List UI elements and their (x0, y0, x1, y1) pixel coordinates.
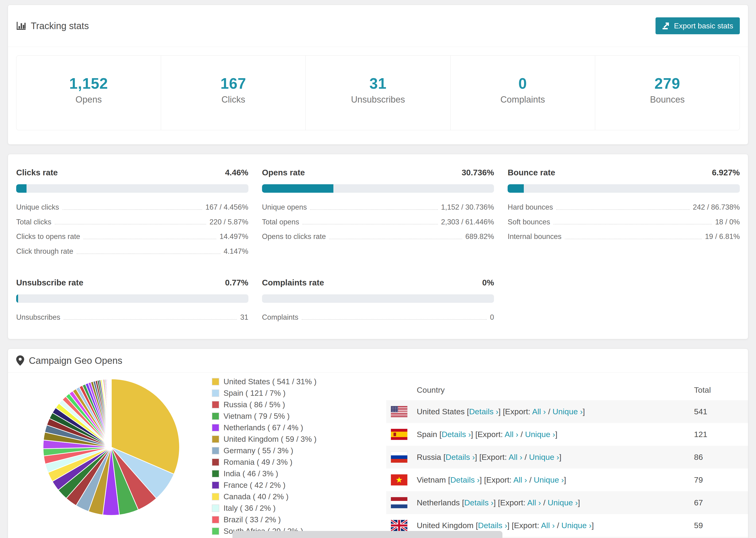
country-total: 79 (694, 475, 748, 484)
unsubscribes-count: 31 (306, 75, 450, 92)
dotted-leader (565, 239, 702, 239)
opens-rate-value: 30.736% (461, 168, 494, 177)
dotted-leader (329, 239, 462, 239)
legend-item: India ( 46 / 3% ) (212, 469, 360, 478)
export-all-link[interactable]: All › (513, 475, 527, 484)
legend-swatch (212, 401, 219, 408)
bounce-rate-value: 6.927% (712, 168, 740, 177)
country-total: 67 (694, 498, 748, 507)
bounces-count: 279 (595, 75, 739, 92)
legend-swatch (212, 493, 219, 501)
country-total: 121 (694, 430, 748, 439)
table-row-spain: Spain [Details ›] [Export: All › / Uniqu… (386, 423, 748, 446)
unsubscribes-label: Unsubscribes (306, 95, 450, 105)
table-row-vietnam: Vietnam [Details ›] [Export: All › / Uni… (386, 468, 748, 491)
legend-item: Germany ( 55 / 3% ) (212, 446, 360, 455)
tracking-stats-header: Tracking stats Export basic stats (8, 5, 748, 47)
details-link[interactable]: Details › (464, 498, 494, 507)
page-title-text: Tracking stats (31, 21, 89, 31)
complaints-rate-value: 0% (482, 278, 494, 287)
stat-row: Unique clicks167 / 4.456% (16, 203, 248, 211)
export-unique-link[interactable]: Unique › (561, 521, 592, 530)
geo-pie-chart (38, 374, 184, 521)
legend-swatch (212, 424, 219, 431)
dotted-leader (553, 224, 712, 224)
unsubscribe-rate-value: 0.77% (225, 278, 248, 287)
details-link[interactable]: Details › (446, 453, 475, 461)
legend-item: Russia ( 86 / 5% ) (212, 400, 360, 409)
legend-swatch (212, 378, 219, 385)
export-unique-link[interactable]: Unique › (525, 430, 555, 439)
complaints-label: Complaints (451, 95, 595, 105)
country-name: Spain (417, 430, 437, 439)
summary-stats: 1,152 Opens 167 Clicks 31 Unsubscribes 0… (16, 55, 740, 130)
netherlands-flag-icon (391, 497, 407, 508)
clicks-count: 167 (161, 75, 305, 92)
clicks-rate-value: 4.46% (225, 168, 248, 177)
geo-opens-header: Campaign Geo Opens (8, 349, 748, 372)
details-link[interactable]: Details › (450, 475, 480, 484)
stat-row: Internal bounces19 / 6.81% (508, 232, 740, 241)
legend-item: Brazil ( 33 / 2% ) (212, 515, 360, 524)
unsubscribe-rate-title: Unsubscribe rate (16, 278, 83, 287)
bar-chart-icon (16, 21, 26, 31)
bounce-rate-section: Bounce rate 6.927% Hard bounces242 / 86.… (508, 168, 740, 256)
complaints-rate-section: Complaints rate 0% Complaints0 (262, 278, 494, 322)
dotted-leader (77, 253, 220, 254)
stat-row: Opens to clicks rate689.82% (262, 232, 494, 241)
summary-unsubscribes: 31 Unsubscribes (305, 56, 450, 130)
details-link[interactable]: Details › (469, 407, 499, 416)
clicks-rate-title: Clicks rate (16, 168, 58, 177)
uk-flag-icon (391, 520, 407, 531)
geo-opens-title: Campaign Geo Opens (29, 355, 122, 366)
export-all-link[interactable]: All › (505, 430, 518, 439)
complaints-rate-progressbar (262, 295, 494, 303)
rates-card: Clicks rate 4.46% Unique clicks167 / 4.4… (8, 154, 748, 339)
export-all-link[interactable]: All › (541, 521, 555, 530)
legend-swatch (212, 470, 219, 477)
details-link[interactable]: Details › (478, 521, 507, 530)
legend-item: Romania ( 49 / 3% ) (212, 458, 360, 467)
legend-swatch (212, 389, 219, 397)
pie-slice (111, 379, 111, 447)
legend-swatch (212, 435, 219, 443)
table-row-netherlands: Netherlands [Details ›] [Export: All › /… (386, 491, 748, 514)
export-unique-link[interactable]: Unique › (529, 453, 559, 461)
opens-count: 1,152 (17, 75, 161, 92)
legend-swatch (212, 458, 219, 466)
spain-flag-icon (391, 429, 407, 440)
rates-grid: Clicks rate 4.46% Unique clicks167 / 4.4… (16, 168, 740, 321)
unsubscribe-rate-progressbar (16, 295, 248, 303)
stat-row: Total clicks220 / 5.87% (16, 218, 248, 226)
country-name: Russia (417, 453, 441, 461)
stat-row: Complaints0 (262, 313, 494, 322)
horizontal-scrollbar[interactable] (233, 531, 503, 538)
export-unique-link[interactable]: Unique › (534, 475, 564, 484)
export-unique-link[interactable]: Unique › (553, 407, 583, 416)
opens-rate-title: Opens rate (262, 168, 305, 177)
campaign-geo-opens-card: Campaign Geo Opens United States ( 541 /… (8, 349, 748, 538)
dotted-leader (302, 319, 487, 320)
legend-item: Vietnam ( 79 / 5% ) (212, 412, 360, 421)
page-title: Tracking stats (16, 21, 89, 31)
country-total: 59 (694, 521, 748, 530)
country-name: United Kingdom (417, 521, 473, 530)
export-basic-stats-button[interactable]: Export basic stats (656, 17, 740, 34)
legend-swatch (212, 412, 219, 420)
dotted-leader (302, 224, 438, 224)
map-pin-icon (16, 355, 24, 366)
bounce-rate-progressbar (508, 184, 740, 193)
export-icon (662, 22, 670, 30)
complaints-count: 0 (451, 75, 595, 92)
export-unique-link[interactable]: Unique › (548, 498, 578, 507)
clicks-rate-progressbar (16, 184, 248, 193)
export-all-link[interactable]: All › (532, 407, 546, 416)
country-name: Vietnam (417, 475, 446, 484)
summary-complaints: 0 Complaints (450, 56, 595, 130)
details-link[interactable]: Details › (442, 430, 471, 439)
export-all-link[interactable]: All › (509, 453, 522, 461)
legend-item: Netherlands ( 67 / 4% ) (212, 423, 360, 432)
legend-item: Canada ( 40 / 2% ) (212, 492, 360, 501)
export-all-link[interactable]: All › (527, 498, 541, 507)
table-header-row: Country Total (386, 380, 748, 400)
